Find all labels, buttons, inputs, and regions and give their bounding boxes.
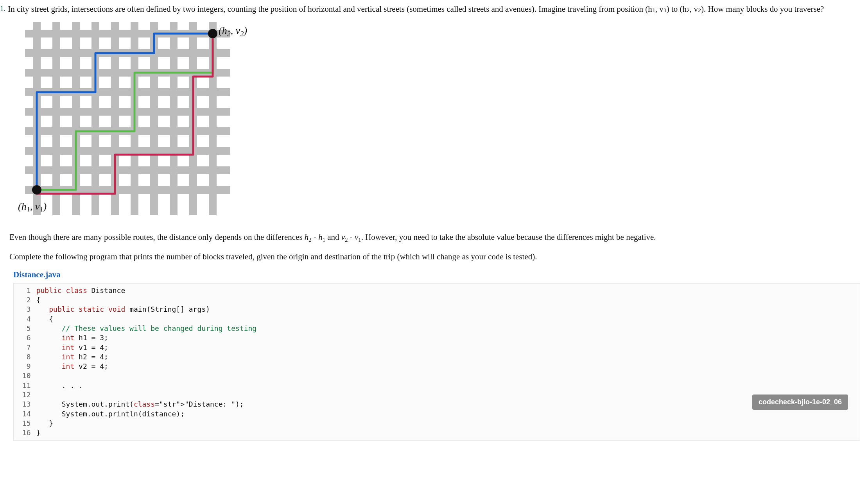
paragraph-1: Even though there are many possible rout… bbox=[9, 231, 860, 245]
grid-svg bbox=[25, 22, 230, 215]
code-gutter: 12345678910111213141516 bbox=[14, 286, 36, 438]
svg-point-20 bbox=[208, 29, 217, 38]
coord-start-label: (h1, v1) bbox=[18, 199, 47, 215]
code-filename: Distance.java bbox=[13, 269, 860, 280]
codecheck-badge: codecheck-bjlo-1e-02_06 bbox=[752, 395, 848, 409]
coord-end-label: (h2, v2) bbox=[219, 23, 247, 39]
question-text: In city street grids, intersections are … bbox=[8, 3, 860, 15]
question-number: 1. bbox=[0, 3, 8, 14]
svg-rect-16 bbox=[170, 22, 178, 215]
paragraph-2: Complete the following program that prin… bbox=[9, 251, 860, 262]
question-row: 1. In city street grids, intersections a… bbox=[0, 3, 860, 15]
content-area: (h2, v2) (h1, v1) Even though there are … bbox=[9, 22, 860, 440]
code-block: 12345678910111213141516 public class Dis… bbox=[13, 283, 860, 441]
svg-point-19 bbox=[32, 185, 41, 195]
svg-rect-10 bbox=[52, 22, 60, 215]
svg-rect-12 bbox=[91, 22, 99, 215]
grid-figure: (h2, v2) (h1, v1) bbox=[25, 22, 267, 225]
code-area: public class Distance{ public static voi… bbox=[36, 286, 860, 438]
